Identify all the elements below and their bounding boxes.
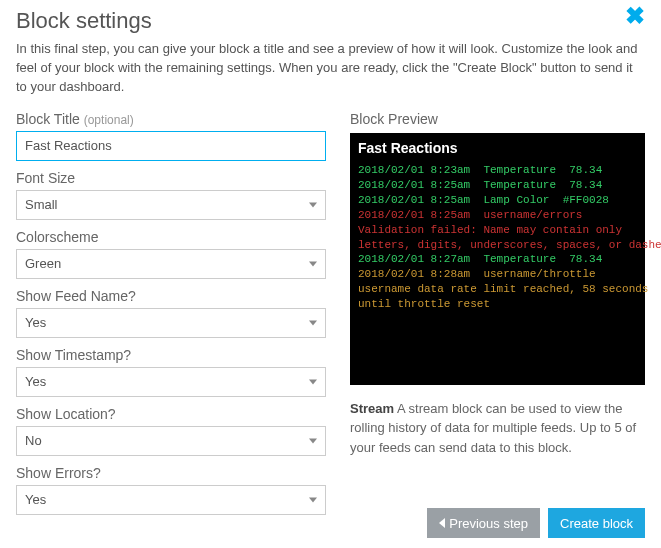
caret-down-icon bbox=[309, 438, 317, 443]
caret-down-icon bbox=[309, 379, 317, 384]
show-errors-label: Show Errors? bbox=[16, 465, 326, 481]
preview-line: 2018/02/01 8:25am Lamp Color #FF0028 bbox=[358, 193, 637, 208]
preview-line: 2018/02/01 8:25am Temperature 78.34 bbox=[358, 178, 637, 193]
show-timestamp-select[interactable]: Yes bbox=[16, 367, 326, 397]
preview-title: Fast Reactions bbox=[358, 139, 637, 158]
font-size-label: Font Size bbox=[16, 170, 326, 186]
block-title-label: Block Title (optional) bbox=[16, 111, 326, 127]
show-feed-name-select[interactable]: Yes bbox=[16, 308, 326, 338]
show-timestamp-label: Show Timestamp? bbox=[16, 347, 326, 363]
preview-line: until throttle reset bbox=[358, 297, 637, 312]
show-errors-select[interactable]: Yes bbox=[16, 485, 326, 515]
preview-line: 2018/02/01 8:25am username/errors bbox=[358, 208, 637, 223]
preview-line: 2018/02/01 8:28am username/throttle bbox=[358, 267, 637, 282]
show-location-select[interactable]: No bbox=[16, 426, 326, 456]
show-feed-name-label: Show Feed Name? bbox=[16, 288, 326, 304]
page-description: In this final step, you can give your bl… bbox=[16, 40, 645, 97]
block-title-input[interactable] bbox=[16, 131, 326, 161]
colorscheme-select[interactable]: Green bbox=[16, 249, 326, 279]
preview-caption: Stream A stream block can be used to vie… bbox=[350, 399, 645, 458]
caret-down-icon bbox=[309, 261, 317, 266]
caret-down-icon bbox=[309, 202, 317, 207]
font-size-select[interactable]: Small bbox=[16, 190, 326, 220]
preview-line: letters, digits, underscores, spaces, or… bbox=[358, 238, 637, 253]
caret-down-icon bbox=[309, 497, 317, 502]
previous-step-button[interactable]: Previous step bbox=[427, 508, 540, 538]
preview-line: 2018/02/01 8:23am Temperature 78.34 bbox=[358, 163, 637, 178]
block-preview: Fast Reactions 2018/02/01 8:23am Tempera… bbox=[350, 133, 645, 385]
block-preview-label: Block Preview bbox=[350, 111, 645, 127]
preview-line: username data rate limit reached, 58 sec… bbox=[358, 282, 637, 297]
colorscheme-label: Colorscheme bbox=[16, 229, 326, 245]
page-title: Block settings bbox=[16, 8, 152, 34]
close-icon[interactable]: ✖ bbox=[625, 4, 645, 28]
create-block-button[interactable]: Create block bbox=[548, 508, 645, 538]
show-location-label: Show Location? bbox=[16, 406, 326, 422]
caret-down-icon bbox=[309, 320, 317, 325]
chevron-left-icon bbox=[439, 518, 445, 528]
settings-form: Block Title (optional) Font Size Small C… bbox=[16, 111, 326, 515]
preview-line: Validation failed: Name may contain only bbox=[358, 223, 637, 238]
preview-line: 2018/02/01 8:27am Temperature 78.34 bbox=[358, 252, 637, 267]
